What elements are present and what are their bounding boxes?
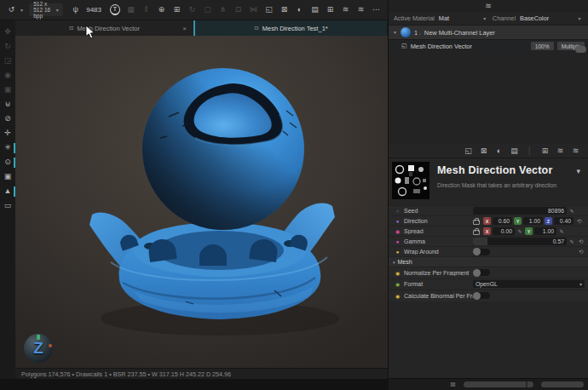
format-dropdown[interactable]: OpenGL ▾ bbox=[473, 280, 585, 288]
symmetry-icon[interactable]: ψ bbox=[69, 3, 82, 16]
nav-sphere-logo[interactable]: Z bbox=[24, 334, 53, 363]
collapse-properties-icon[interactable]: ▾ bbox=[576, 167, 580, 175]
gamma-slider[interactable]: 0.57 bbox=[473, 238, 567, 245]
toolbar-tools: T▦‖⊕⊞↻▢⋔⊡⋈◱⊠◐▤⊞≋≋⋯ bbox=[108, 3, 383, 16]
add-node-icon[interactable]: ⊕ bbox=[155, 3, 168, 16]
edit-icon[interactable]: ✎ bbox=[568, 208, 575, 214]
camera-tool-icon[interactable]: ▣ bbox=[0, 170, 15, 183]
layer-row-multichannel[interactable]: ▼ 1 ▫ New Multi-Channel Layer bbox=[389, 26, 588, 39]
spread-x-input[interactable]: 0.00 bbox=[493, 227, 515, 235]
notebook-icon[interactable]: ▤ bbox=[509, 145, 520, 158]
direction-y-input[interactable]: 1.00 bbox=[523, 217, 543, 225]
pause-icon[interactable]: ‖ bbox=[140, 3, 153, 16]
ring-tool-icon[interactable]: ⊘ bbox=[0, 112, 15, 125]
folder-add-icon[interactable]: ⊞ bbox=[539, 145, 551, 158]
material-dropdown[interactable]: Mat ▾ bbox=[439, 14, 488, 22]
channel-dropdown[interactable]: BaseColor ▾ bbox=[520, 14, 583, 22]
edit-icon[interactable]: ✎ bbox=[568, 238, 575, 244]
divider[interactable]: │ bbox=[524, 145, 535, 158]
layer-badge-icon: ▫ bbox=[419, 32, 421, 37]
normalize-toggle[interactable] bbox=[473, 269, 490, 276]
spread-y-input[interactable]: 1.00 bbox=[534, 227, 556, 235]
bounds-tool-icon[interactable]: ▣ bbox=[0, 83, 15, 96]
merge-icon[interactable]: ⋈ bbox=[247, 3, 260, 16]
h-scrollbar-1[interactable] bbox=[464, 381, 533, 387]
transform-icon[interactable]: ◱ bbox=[463, 145, 474, 158]
rotate-tool-icon[interactable]: ↻ bbox=[0, 40, 15, 53]
reset-icon[interactable]: ⟲ bbox=[575, 218, 583, 225]
edit-icon[interactable]: ✎ bbox=[516, 228, 523, 234]
slider-fill bbox=[473, 238, 487, 245]
axis-y-chip: Y bbox=[525, 227, 533, 235]
mask-icon[interactable]: ⊠ bbox=[478, 145, 489, 158]
close-icon[interactable]: × bbox=[182, 25, 187, 32]
add-tool-icon[interactable]: ✛ bbox=[0, 127, 15, 140]
hierarchy-icon[interactable]: ⋔ bbox=[216, 3, 229, 16]
direction-y-value: 1.00 bbox=[529, 218, 540, 224]
scale-tool-icon[interactable]: ◲ bbox=[0, 54, 15, 67]
scrollbar-handle[interactable] bbox=[526, 381, 527, 387]
wrap-around-toggle[interactable] bbox=[473, 249, 490, 255]
display-tool-icon[interactable]: ▭ bbox=[0, 199, 15, 212]
tab-mesh-direction-vector[interactable]: ⊡ Mesh Direction Vector × bbox=[15, 20, 193, 36]
run-node-icon[interactable]: ⊡ bbox=[232, 3, 245, 16]
layers-icon[interactable]: ≋ bbox=[339, 3, 352, 16]
more-icon[interactable]: ⋯ bbox=[370, 3, 383, 16]
param-row-normalize: ◉ Normalize Per Fragment bbox=[389, 267, 588, 278]
pivot-tool-icon[interactable]: ◉ bbox=[0, 69, 15, 82]
cone-tool-icon[interactable]: ▲ bbox=[0, 185, 15, 198]
tab-mesh-direction-test[interactable]: ⊡ Mesh Direction Test_1* bbox=[193, 20, 387, 36]
contrast-icon[interactable]: ◐ bbox=[293, 3, 306, 16]
view-column: ⊡ Mesh Direction Vector × ⊡ Mesh Directi… bbox=[15, 20, 388, 379]
layer-stack-icon[interactable]: ≋ bbox=[570, 145, 581, 158]
panel-menu-icon[interactable]: ≋ bbox=[485, 2, 492, 10]
svg-text::: : bbox=[416, 169, 417, 174]
opacity-chip[interactable]: 100% bbox=[531, 42, 554, 50]
notebook-icon[interactable]: ▤ bbox=[308, 3, 321, 16]
burst-tool-icon[interactable]: ✳ bbox=[0, 141, 15, 154]
reset-icon[interactable]: ⟲ bbox=[577, 238, 585, 245]
mask-icon[interactable]: ⊠ bbox=[450, 381, 456, 388]
undo-chevron-icon[interactable]: ▾ bbox=[20, 7, 23, 13]
active-material-label: Active Material bbox=[394, 14, 435, 22]
binormal-toggle[interactable] bbox=[473, 292, 490, 299]
resolution-dropdown[interactable]: 512 x 512 16 bpp ▾ bbox=[29, 3, 63, 16]
edit-icon[interactable]: ✎ bbox=[558, 228, 565, 234]
param-label: Spread bbox=[404, 228, 473, 234]
export-icon[interactable]: ⊞ bbox=[170, 3, 183, 16]
lock-icon[interactable] bbox=[473, 220, 480, 225]
properties-header: : ||| Mesh Direction Vector Direction Ma… bbox=[389, 158, 588, 201]
collapse-arrow-icon[interactable]: ▼ bbox=[393, 30, 397, 35]
image-view-icon[interactable]: ▦ bbox=[124, 3, 137, 16]
seed-input[interactable]: 80896 bbox=[473, 207, 567, 215]
eye-tool-icon[interactable]: ⊙ bbox=[0, 156, 15, 169]
contrast-icon[interactable]: ◐ bbox=[493, 145, 504, 158]
layer-row-mesh-direction[interactable]: ◱ Mesh Direction Vector 100% Multiply bbox=[389, 39, 588, 52]
reset-icon[interactable]: ⟲ bbox=[577, 249, 585, 255]
redo-icon[interactable]: ↻ bbox=[186, 3, 199, 16]
layers-icon[interactable]: ≋ bbox=[555, 145, 566, 158]
bounds-icon[interactable]: ▢ bbox=[201, 3, 214, 16]
axis-x-chip: X bbox=[483, 217, 491, 225]
h-scrollbar-2[interactable] bbox=[541, 381, 584, 387]
texture-projection-icon[interactable]: T bbox=[110, 4, 120, 15]
left-toolbar: ✥↻◲◉▣⊎⊘✛✳⊙▣▲▭ bbox=[0, 20, 15, 379]
lock-icon[interactable] bbox=[473, 230, 480, 235]
mask-icon[interactable]: ⊠ bbox=[278, 3, 291, 16]
scrollbar-thumb[interactable] bbox=[575, 46, 586, 53]
param-label: Normalize Per Fragment bbox=[404, 270, 473, 276]
param-row-format: ◉ Format OpenGL ▾ bbox=[389, 278, 588, 290]
material-row: Active Material Mat ▾ Channel BaseColor … bbox=[389, 12, 588, 26]
section-mesh[interactable]: ▾ Mesh bbox=[389, 256, 588, 267]
folder-add-icon[interactable]: ⊞ bbox=[324, 3, 337, 16]
material-tool-icon[interactable]: ⊎ bbox=[0, 98, 15, 111]
layer-stack-icon[interactable]: ≋ bbox=[355, 3, 367, 16]
move-tool-icon[interactable]: ✥ bbox=[0, 26, 15, 38]
transform-icon[interactable]: ◱ bbox=[262, 3, 275, 16]
parameter-rows: ○ Seed 80896 ✎ ● Direction bbox=[389, 205, 588, 301]
direction-z-input[interactable]: 0.40 bbox=[554, 217, 574, 225]
viewport-3d[interactable]: Z bbox=[15, 36, 388, 368]
tab-label: Mesh Direction Test_1* bbox=[262, 25, 328, 32]
direction-x-input[interactable]: 0.60 bbox=[493, 217, 512, 225]
undo-icon[interactable]: ↺ bbox=[5, 3, 18, 16]
